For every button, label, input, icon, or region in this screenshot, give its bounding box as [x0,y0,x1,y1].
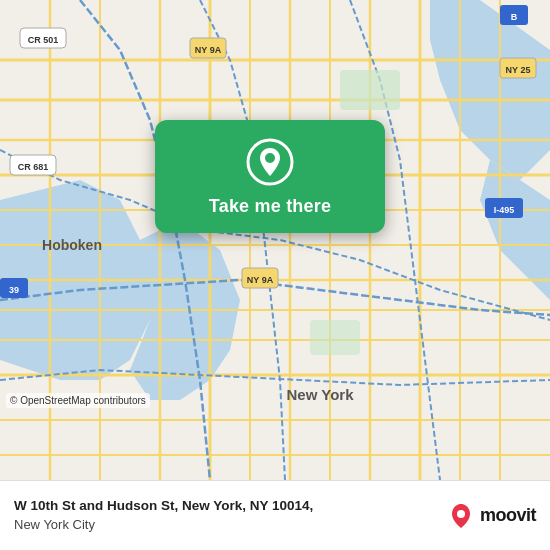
svg-text:Hoboken: Hoboken [42,237,102,253]
svg-text:CR 681: CR 681 [18,162,49,172]
address-block: W 10th St and Hudson St, New York, NY 10… [14,497,313,534]
moovit-brand: moovit [480,505,536,526]
svg-rect-47 [310,320,360,355]
svg-text:NY 25: NY 25 [506,65,531,75]
svg-text:NY 9A: NY 9A [195,45,222,55]
svg-text:New York: New York [287,386,355,403]
map-background: CR 501 CR 681 NY 9A NY 9A NY 25 I-495 39… [0,0,550,480]
svg-text:39: 39 [9,285,19,295]
svg-point-50 [457,510,465,518]
take-me-there-button[interactable]: Take me there [209,196,331,217]
location-card[interactable]: Take me there [155,120,385,233]
map-container: CR 501 CR 681 NY 9A NY 9A NY 25 I-495 39… [0,0,550,480]
moovit-logo: moovit [447,502,536,530]
bottom-bar: W 10th St and Hudson St, New York, NY 10… [0,480,550,550]
moovit-pin-icon [447,502,475,530]
svg-text:B: B [511,12,518,22]
svg-text:I-495: I-495 [494,205,515,215]
address-line2: New York City [14,516,313,534]
svg-text:CR 501: CR 501 [28,35,59,45]
osm-credit: © OpenStreetMap contributors [6,393,150,408]
svg-rect-46 [340,70,400,110]
location-pin-icon [246,138,294,186]
svg-text:NY 9A: NY 9A [247,275,274,285]
svg-point-49 [265,153,275,163]
address-line1: W 10th St and Hudson St, New York, NY 10… [14,497,313,516]
